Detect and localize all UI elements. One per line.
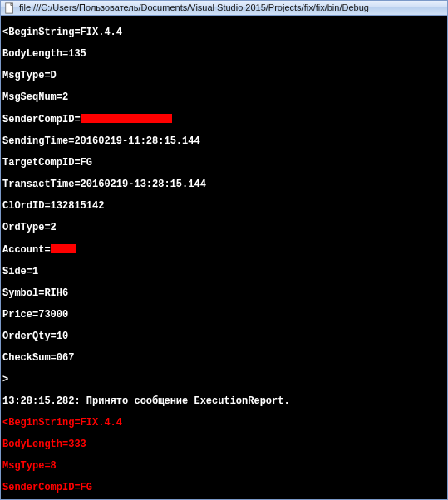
out-line: SenderCompID= [2, 114, 446, 125]
out-line: Account= [2, 244, 446, 256]
out-text: Account= [2, 244, 51, 256]
out-line: SenderCompID=FG [2, 483, 446, 493]
out-line: > [2, 375, 446, 385]
out-line: BodyLength=135 [2, 49, 446, 60]
out-line: SendingTime=20160219-11:28:15.144 [2, 136, 446, 147]
out-line: CheckSum=067 [2, 353, 446, 364]
out-line: Symbol=RIH6 [2, 288, 446, 299]
console-window: file:///C:/Users/Пользователь/Documents/… [0, 0, 448, 500]
console-output: <BeginString=FIX.4.4 BodyLength=135 MsgT… [1, 16, 447, 499]
out-line: Price=73000 [2, 310, 446, 321]
out-line: MsgSeqNum=2 [2, 92, 446, 103]
out-line: MsgType=D [2, 71, 446, 81]
out-line: OrdType=2 [2, 223, 446, 233]
out-line: BodyLength=333 [2, 439, 446, 450]
out-line: OrderQty=10 [2, 331, 446, 342]
out-line: <BeginString=FIX.4.4 [2, 27, 446, 38]
out-line: <BeginString=FIX.4.4 [2, 418, 446, 429]
titlebar-path: file:///C:/Users/Пользователь/Documents/… [19, 2, 369, 13]
redacted-block [51, 244, 76, 253]
titlebar[interactable]: file:///C:/Users/Пользователь/Documents/… [1, 1, 447, 16]
page-icon [4, 2, 16, 14]
redacted-block [81, 114, 172, 123]
out-line: TransactTime=20160219-13:28:15.144 [2, 179, 446, 190]
out-line: MsgType=8 [2, 461, 446, 472]
out-line: TargetCompID=FG [2, 158, 446, 169]
out-status: 13:28:15.282: Принято сообщение Executio… [2, 396, 446, 407]
out-line: Side=1 [2, 267, 446, 277]
out-line: ClOrdID=132815142 [2, 201, 446, 212]
out-text: SenderCompID= [2, 114, 81, 125]
